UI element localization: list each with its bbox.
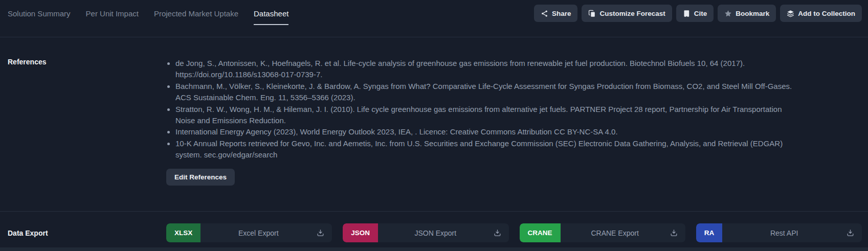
data-export-label: Data Export <box>8 229 166 237</box>
tab-per-unit-impact[interactable]: Per Unit Impact <box>86 9 139 25</box>
layers-icon <box>787 10 794 17</box>
customize-forecast-button[interactable]: Customize Forecast <box>582 5 672 22</box>
reference-item: International Energy Agency (2023), Worl… <box>175 126 795 138</box>
crane-badge: CRANE <box>520 223 561 242</box>
excel-export-button[interactable]: XLSX Excel Export <box>166 223 332 242</box>
tab-bar: Solution Summary Per Unit Impact Project… <box>8 0 288 25</box>
references-content: de Jong, S., Antonissen, K., Hoefnagels,… <box>166 58 795 186</box>
rest-api-label: Rest API <box>722 229 846 237</box>
customize-forecast-button-label: Customize Forecast <box>599 10 665 17</box>
references-section: References de Jong, S., Antonissen, K., … <box>0 37 868 186</box>
cite-button-label: Cite <box>694 10 707 17</box>
tab-solution-summary[interactable]: Solution Summary <box>8 9 71 25</box>
page-header: Solution Summary Per Unit Impact Project… <box>0 0 868 37</box>
add-to-collection-button[interactable]: Add to Collection <box>780 5 862 22</box>
json-export-button[interactable]: JSON JSON Export <box>343 223 508 242</box>
share-button[interactable]: Share <box>534 5 578 22</box>
reference-item: Bachmann, M., Völker, S., Kleinekorte, J… <box>175 81 795 104</box>
ra-badge: RA <box>696 223 723 242</box>
references-label: References <box>8 58 166 186</box>
header-actions: Share Customize Forecast Cite Bookma <box>534 5 862 22</box>
excel-export-label: Excel Export <box>201 229 316 237</box>
star-icon <box>724 10 732 17</box>
crane-export-label: CRANE Export <box>561 229 670 237</box>
tab-projected-market-uptake[interactable]: Projected Market Uptake <box>154 9 238 25</box>
data-export-wrap: Data Export XLSX Excel Export JSON JSON … <box>0 211 868 242</box>
json-badge: JSON <box>343 223 378 242</box>
tab-datasheet[interactable]: Datasheet <box>254 9 288 25</box>
json-export-label: JSON Export <box>378 229 493 237</box>
download-icon <box>670 229 678 237</box>
book-icon <box>683 10 691 17</box>
data-export-section: Data Export XLSX Excel Export JSON JSON … <box>0 223 868 242</box>
reference-item: de Jong, S., Antonissen, K., Hoefnagels,… <box>175 58 795 81</box>
crane-export-button[interactable]: CRANE CRANE Export <box>520 223 685 242</box>
references-list: de Jong, S., Antonissen, K., Hoefnagels,… <box>166 58 795 161</box>
download-icon <box>493 229 502 237</box>
bottom-strip <box>0 247 868 251</box>
rest-api-button[interactable]: RA Rest API <box>696 223 862 242</box>
download-icon <box>316 229 325 237</box>
copy-icon <box>588 10 596 17</box>
edit-references-button[interactable]: Edit References <box>166 169 235 186</box>
download-icon <box>846 229 855 237</box>
share-button-label: Share <box>552 10 571 17</box>
reference-item: 10-K Annual Reports retrieved for Gevo, … <box>175 138 795 161</box>
share-icon <box>541 10 548 17</box>
add-to-collection-button-label: Add to Collection <box>798 10 855 17</box>
datasheet-page: Solution Summary Per Unit Impact Project… <box>0 0 868 186</box>
export-buttons: XLSX Excel Export JSON JSON Export <box>166 223 862 242</box>
reference-item: Stratton, R. W., Wong, H. M., & Hileman,… <box>175 104 795 127</box>
xlsx-badge: XLSX <box>166 223 201 242</box>
cite-button[interactable]: Cite <box>676 5 714 22</box>
bookmark-button-label: Bookmark <box>736 10 769 17</box>
bookmark-button[interactable]: Bookmark <box>718 5 776 22</box>
